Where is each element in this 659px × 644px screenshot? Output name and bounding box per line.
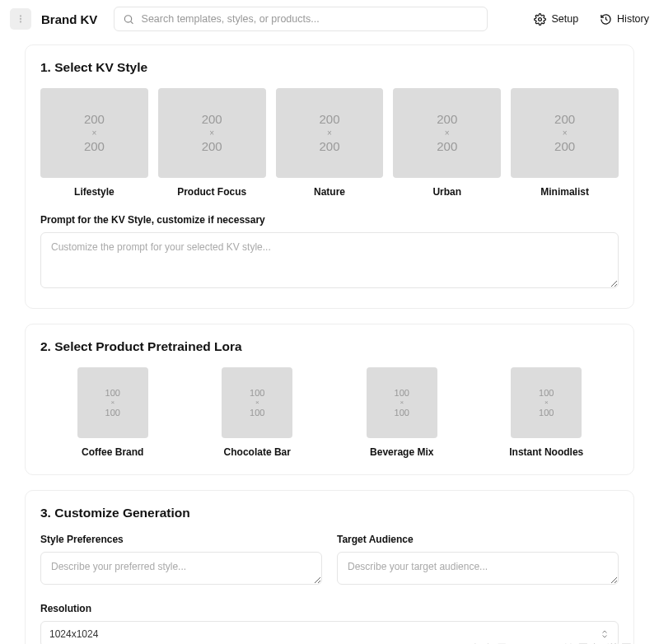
- thumbnail-placeholder: 200×200: [276, 88, 384, 178]
- lora-row: 100×100 Coffee Brand 100×100 Chocolate B…: [40, 367, 619, 458]
- brand-title: Brand KV: [41, 12, 97, 26]
- section2-title: 2. Select Product Pretrained Lora: [40, 339, 619, 354]
- thumbnail-placeholder: 100×100: [222, 367, 292, 438]
- svg-point-0: [20, 18, 21, 19]
- section1-title: 1. Select KV Style: [40, 60, 619, 75]
- style-preferences-textarea[interactable]: [40, 552, 322, 585]
- gear-icon: [534, 13, 546, 26]
- resolution-label: Resolution: [40, 603, 619, 614]
- thumbnail-placeholder: 100×100: [367, 367, 437, 438]
- chevron-updown-icon: [600, 629, 610, 639]
- kv-prompt-label: Prompt for the KV Style, customize if ne…: [40, 214, 619, 226]
- target-audience-textarea[interactable]: [337, 552, 619, 585]
- kv-style-label: Urban: [393, 186, 501, 198]
- app-header: Brand KV Setup History: [0, 0, 659, 38]
- lora-label: Instant Noodles: [474, 446, 619, 458]
- thumbnail-placeholder: 200×200: [40, 88, 148, 178]
- kv-style-lifestyle[interactable]: 200×200 Lifestyle: [40, 88, 148, 198]
- svg-point-3: [125, 15, 132, 21]
- history-icon: [600, 13, 612, 26]
- svg-point-1: [20, 16, 21, 16]
- section3-title: 3. Customize Generation: [40, 506, 619, 520]
- section-lora: 2. Select Product Pretrained Lora 100×10…: [25, 324, 634, 475]
- lora-label: Chocolate Bar: [185, 446, 330, 458]
- lora-chocolate-bar[interactable]: 100×100 Chocolate Bar: [185, 367, 330, 458]
- lora-coffee-brand[interactable]: 100×100 Coffee Brand: [40, 367, 185, 458]
- history-button[interactable]: History: [600, 13, 649, 26]
- lora-beverage-mix[interactable]: 100×100 Beverage Mix: [330, 367, 474, 458]
- section-customize: 3. Customize Generation Style Preference…: [25, 490, 634, 644]
- kv-style-label: Product Focus: [158, 186, 266, 198]
- svg-line-4: [131, 21, 133, 24]
- setup-button[interactable]: Setup: [534, 13, 578, 26]
- search-icon: [123, 13, 134, 26]
- style-preferences-label: Style Preferences: [40, 534, 322, 545]
- target-audience-label: Target Audience: [337, 534, 619, 545]
- kv-prompt-textarea[interactable]: [40, 232, 619, 288]
- thumbnail-placeholder: 100×100: [511, 367, 582, 438]
- history-label: History: [617, 13, 649, 25]
- resolution-value: 1024x1024: [49, 628, 98, 640]
- kv-style-product-focus[interactable]: 200×200 Product Focus: [158, 88, 266, 198]
- resolution-select[interactable]: 1024x1024: [40, 621, 619, 644]
- kv-style-row: 200×200 Lifestyle 200×200 Product Focus …: [40, 88, 619, 198]
- kv-style-label: Nature: [276, 186, 384, 198]
- app-logo: [10, 8, 31, 30]
- kv-style-label: Lifestyle: [40, 186, 148, 198]
- lora-instant-noodles[interactable]: 100×100 Instant Noodles: [474, 367, 619, 458]
- thumbnail-placeholder: 200×200: [393, 88, 501, 178]
- thumbnail-placeholder: 100×100: [77, 367, 148, 438]
- section-kv-style: 1. Select KV Style 200×200 Lifestyle 200…: [25, 44, 634, 309]
- thumbnail-placeholder: 200×200: [511, 88, 619, 178]
- search-field[interactable]: [114, 7, 488, 31]
- lora-label: Coffee Brand: [40, 446, 185, 458]
- search-input[interactable]: [142, 13, 479, 25]
- kv-style-nature[interactable]: 200×200 Nature: [276, 88, 384, 198]
- kv-style-label: Minimalist: [511, 186, 619, 198]
- setup-label: Setup: [551, 13, 578, 25]
- lora-label: Beverage Mix: [330, 446, 474, 458]
- thumbnail-placeholder: 200×200: [158, 88, 266, 178]
- kv-style-minimalist[interactable]: 200×200 Minimalist: [511, 88, 619, 198]
- svg-point-2: [20, 21, 21, 22]
- kv-style-urban[interactable]: 200×200 Urban: [393, 88, 501, 198]
- svg-point-5: [539, 17, 542, 21]
